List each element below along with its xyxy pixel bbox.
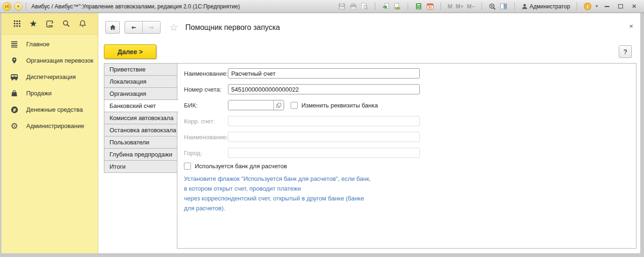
forward-button[interactable] <box>143 21 161 33</box>
sidebar-item-dispatching[interactable]: Диспетчеризация <box>1 69 98 85</box>
tab-station-stop[interactable]: Остановка автовокзала <box>104 124 177 136</box>
current-user-button[interactable]: Администратор <box>521 3 571 10</box>
sidebar-item-label: Диспетчеризация <box>26 73 76 80</box>
tab-localization[interactable]: Локализация <box>104 75 177 88</box>
titlebar-toolbar: 31 M M+ M− Администратор i ▼ <box>338 2 641 11</box>
get-link-icon[interactable] <box>382 2 390 10</box>
window-titlebar: 1С ▼ Авибус / Авибус™":Управление автово… <box>0 0 644 13</box>
field-row-city: Город: <box>184 148 420 158</box>
memory-recall-button[interactable]: M <box>447 3 452 10</box>
close-window-button[interactable]: ✕ <box>629 2 639 11</box>
field-row-name: Наименование: <box>184 68 420 79</box>
sidebar-item-label: Администрирование <box>26 122 84 129</box>
sidebar-item-administration[interactable]: ⚙ Администрирование <box>1 118 98 134</box>
home-button[interactable] <box>105 21 120 34</box>
tab-welcome[interactable]: Приветствие <box>104 63 177 76</box>
shopping-bag-icon <box>9 90 19 97</box>
info-dropdown-icon[interactable]: ▼ <box>595 4 599 8</box>
account-number-field-label: Номер счета: <box>184 86 228 93</box>
search-icon-glyph <box>62 20 70 28</box>
memory-add-button[interactable]: M+ <box>455 3 463 10</box>
notifications-bell-icon[interactable] <box>77 19 88 29</box>
wizard-steps-list: Приветствие Локализация Организация Банк… <box>104 63 178 173</box>
maximize-button[interactable] <box>615 2 626 11</box>
tab-bank-account[interactable]: Банковский счет <box>104 100 178 112</box>
tab-users[interactable]: Пользователи <box>104 136 177 149</box>
bik-field <box>228 100 284 110</box>
first-launch-wizard: Приветствие Локализация Организация Банк… <box>104 63 637 249</box>
name-input[interactable] <box>228 68 420 79</box>
save-icon-glyph <box>338 3 345 10</box>
titlebar-separator <box>440 2 441 10</box>
favorites-star-icon[interactable]: ★ <box>28 19 38 29</box>
print-icon-glyph <box>350 3 357 10</box>
bik-input[interactable] <box>228 100 273 110</box>
account-number-input[interactable] <box>228 84 420 94</box>
uses-bank-for-settlements-label: Используется банк для расчетов <box>195 163 287 170</box>
zoom-icon-glyph <box>489 3 496 10</box>
tab-results[interactable]: Итоги <box>104 160 177 173</box>
print-preview-icon-glyph <box>361 3 368 10</box>
corr-account-field-label: Корр. счет: <box>184 118 228 125</box>
calendar-icon[interactable]: 31 <box>426 2 434 10</box>
uses-bank-for-settlements-checkbox[interactable] <box>184 163 191 170</box>
next-button[interactable]: Далее > <box>104 44 156 59</box>
split-window-icon[interactable] <box>500 2 508 10</box>
svg-text:₽: ₽ <box>13 107 16 112</box>
info-icon-glyph: i <box>584 2 592 10</box>
field-row-uses-bank: Используется банк для расчетов <box>184 163 287 170</box>
sections-sidebar: ★ Главное <box>1 13 98 253</box>
name-field-label: Наименование: <box>184 70 228 77</box>
bank-name-input[interactable] <box>228 132 420 142</box>
system-menu-button[interactable]: ▼ <box>14 2 22 11</box>
back-arrow-icon <box>130 25 137 30</box>
titlebar-separator <box>375 2 375 10</box>
print-icon[interactable] <box>349 2 357 10</box>
page-title: Помощник первого запуска <box>185 23 280 32</box>
close-form-icon[interactable]: × <box>629 22 633 30</box>
field-row-account-number: Номер счета: <box>184 84 420 94</box>
current-user-label: Администратор <box>530 3 571 10</box>
calculator-icon[interactable] <box>415 2 423 10</box>
zoom-icon[interactable] <box>489 2 497 10</box>
calculator-icon-glyph <box>415 3 422 10</box>
corr-account-input[interactable] <box>228 116 420 126</box>
info-icon[interactable]: i <box>584 2 592 10</box>
memory-subtract-button[interactable]: M− <box>467 3 475 10</box>
history-icon[interactable] <box>44 19 55 29</box>
save-icon[interactable] <box>338 2 346 10</box>
sidebar-item-money[interactable]: ₽ Денежные средства <box>1 101 98 118</box>
user-icon <box>521 3 528 10</box>
change-bank-details-checkbox[interactable] <box>291 102 298 109</box>
bik-field-label: БИК: <box>184 102 228 109</box>
sidebar-item-label: Организация перевозок <box>26 57 93 64</box>
back-button[interactable] <box>125 21 143 33</box>
tab-station-commission[interactable]: Комиссия автовокзала <box>104 112 177 124</box>
sidebar-item-transport-organization[interactable]: Организация перевозок <box>1 52 98 69</box>
application-window: 1С ▼ Авибус / Авибус™":Управление автово… <box>0 0 644 257</box>
titlebar-separator <box>26 2 26 10</box>
sidebar-item-sales[interactable]: Продажи <box>1 85 98 101</box>
sidebar-item-label: Главное <box>26 41 50 48</box>
minimize-icon <box>605 6 609 7</box>
add-to-favorites-star-icon[interactable]: ☆ <box>169 22 178 33</box>
print-preview-icon[interactable] <box>360 2 368 10</box>
city-input[interactable] <box>228 148 420 158</box>
tab-organization[interactable]: Организация <box>104 87 177 100</box>
bus-icon <box>9 73 19 81</box>
bank-account-form-panel: Наименование: Номер счета: БИК: <box>177 63 637 249</box>
bik-choose-button[interactable] <box>273 100 284 110</box>
sidebar-item-main[interactable]: Главное <box>1 36 98 52</box>
search-icon[interactable] <box>61 19 71 29</box>
sidebar-item-label: Денежные средства <box>26 106 83 113</box>
maximize-icon <box>618 4 623 8</box>
tab-presale-depth[interactable]: Глубина предпродажи <box>104 148 177 161</box>
location-pin-icon <box>9 57 19 64</box>
go-to-link-icon[interactable] <box>393 2 401 10</box>
city-field-label: Город: <box>184 150 228 157</box>
help-button[interactable]: ? <box>619 45 632 58</box>
minimize-button[interactable] <box>602 2 612 11</box>
navigation-buttons <box>124 21 161 34</box>
change-bank-details-label: Изменить реквизиты банка <box>301 102 378 109</box>
menu-grid-icon[interactable] <box>12 19 22 29</box>
